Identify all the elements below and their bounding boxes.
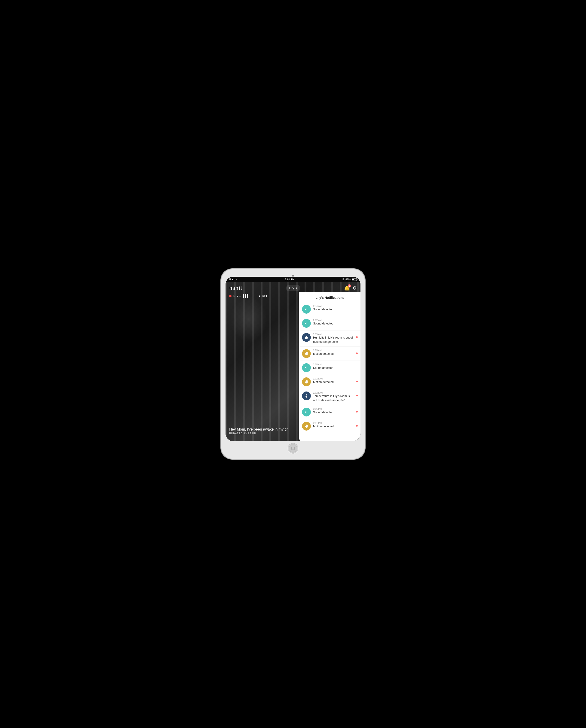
notification-time: 2:25 AM (313, 349, 354, 352)
bell-button[interactable]: 🔔 2 (344, 285, 350, 291)
battery-bar (352, 278, 357, 281)
notification-description: Motion detected (313, 352, 354, 356)
unread-indicator (356, 353, 358, 354)
notification-content: 9:16 PM Sound detected (313, 408, 354, 415)
notification-time: 12:24 AM (313, 391, 354, 394)
carrier-label: iPad (229, 278, 234, 281)
bluetooth-icon: ⁉ (342, 278, 344, 281)
child-selector[interactable]: Lily ▼ (286, 285, 300, 291)
notification-item[interactable]: 12:24 AM Temperature in Lily's room is o… (299, 389, 361, 405)
notification-icon (302, 422, 311, 431)
battery-percent: 42% (345, 278, 350, 281)
notification-content: 6:12 AM Sound detected (313, 319, 354, 326)
notifications-panel: Lily's Notifications 8:54 AM Sound detec… (299, 292, 361, 441)
notification-icon (302, 391, 311, 400)
battery-fill (352, 279, 354, 280)
notification-content: 2:15 AM Sound detected (313, 363, 354, 370)
home-button-square-icon (291, 447, 295, 450)
child-name: Lily (289, 286, 294, 290)
blanket-overlay (230, 296, 267, 342)
status-time: 8:01 PM (285, 278, 295, 281)
notification-item[interactable]: 6:12 AM Sound detected (299, 316, 361, 331)
notification-content: 3:05 AM Humidity in Lily's room is out o… (313, 333, 354, 344)
notification-description: Motion detected (313, 424, 354, 429)
unread-indicator (356, 411, 358, 413)
unread-indicator (356, 381, 358, 382)
status-left: iPad ▾ (229, 278, 237, 281)
notification-item[interactable]: 9:11 PM Motion detected (299, 419, 361, 433)
home-button[interactable] (288, 443, 298, 454)
notification-time: 6:12 AM (313, 319, 354, 321)
notification-description: Sound detected (313, 308, 354, 312)
notification-icon (302, 349, 311, 358)
notification-panel-header: Lily's Notifications (299, 292, 361, 302)
front-camera (292, 275, 294, 277)
notification-icon (302, 333, 311, 342)
notification-icon (302, 378, 311, 386)
wifi-icon: ▾ (236, 278, 237, 281)
live-bar: LIVE ▌▌▌ (229, 294, 249, 298)
notification-description: Sound detected (313, 366, 354, 370)
notification-time: 9:11 PM (313, 422, 354, 424)
unread-indicator (356, 425, 358, 426)
notification-content: 12:25 AM Motion detected (313, 378, 354, 384)
notification-time: 8:54 AM (313, 305, 354, 307)
notification-item[interactable]: 12:25 AM Motion detected (299, 375, 361, 389)
notification-description: Humidity in Lily's room is out of desire… (313, 336, 354, 344)
notification-item[interactable]: 3:05 AM Humidity in Lily's room is out o… (299, 331, 361, 347)
notification-time: 12:25 AM (313, 378, 354, 380)
notification-description: Motion detected (313, 380, 354, 384)
home-button-inner (289, 444, 297, 452)
notification-time: 3:05 AM (313, 333, 354, 336)
chevron-down-icon: ▼ (295, 287, 298, 289)
settings-icon[interactable]: ⚙ (353, 285, 357, 291)
notification-content: 9:11 PM Motion detected (313, 422, 354, 429)
live-label: LIVE (233, 294, 241, 298)
tablet-screen: iPad ▾ 8:01 PM ⁉ 42% nanit (225, 277, 361, 441)
notification-badge: 2 (348, 284, 351, 287)
nanit-logo: nanit (229, 285, 242, 291)
notification-icon (302, 305, 311, 314)
notification-time: 2:15 AM (313, 363, 354, 366)
live-dot (229, 295, 232, 297)
notification-icon (302, 408, 311, 416)
temperature-display: 🌡 73°F (258, 294, 268, 298)
status-right: ⁉ 42% (342, 278, 357, 281)
notification-description: Temperature in Lily's room is out of des… (313, 394, 354, 402)
temperature-value: 73°F (262, 294, 268, 298)
unread-indicator (356, 336, 358, 338)
unread-indicator (356, 395, 358, 396)
thermometer-icon: 🌡 (258, 294, 261, 298)
notification-item[interactable]: 2:25 AM Motion detected (299, 347, 361, 361)
notification-item[interactable]: 9:16 PM Sound detected (299, 405, 361, 419)
notification-icon (302, 319, 311, 328)
notification-list[interactable]: 8:54 AM Sound detected 6:12 AM Sound det… (299, 302, 361, 441)
notification-description: Sound detected (313, 411, 354, 415)
app-header: nanit Lily ▼ 🔔 2 ⚙ (225, 282, 361, 294)
notification-content: 8:54 AM Sound detected (313, 305, 354, 312)
notification-content: 12:24 AM Temperature in Lily's room is o… (313, 391, 354, 402)
notification-description: Sound detected (313, 322, 354, 326)
app-area: nanit Lily ▼ 🔔 2 ⚙ LIVE ▌▌▌ (225, 282, 361, 441)
notification-time: 9:16 PM (313, 408, 354, 410)
status-bar: iPad ▾ 8:01 PM ⁉ 42% (225, 277, 361, 282)
notification-item[interactable]: 8:54 AM Sound detected (299, 302, 361, 316)
signal-bars-icon: ▌▌▌ (243, 294, 249, 298)
notification-panel-title: Lily's Notifications (316, 296, 344, 300)
tablet-frame: iPad ▾ 8:01 PM ⁉ 42% nanit (221, 269, 365, 459)
notification-icon (302, 363, 311, 372)
header-icons: 🔔 2 ⚙ (344, 285, 357, 291)
notification-item[interactable]: 2:15 AM Sound detected (299, 361, 361, 375)
notification-content: 2:25 AM Motion detected (313, 349, 354, 356)
